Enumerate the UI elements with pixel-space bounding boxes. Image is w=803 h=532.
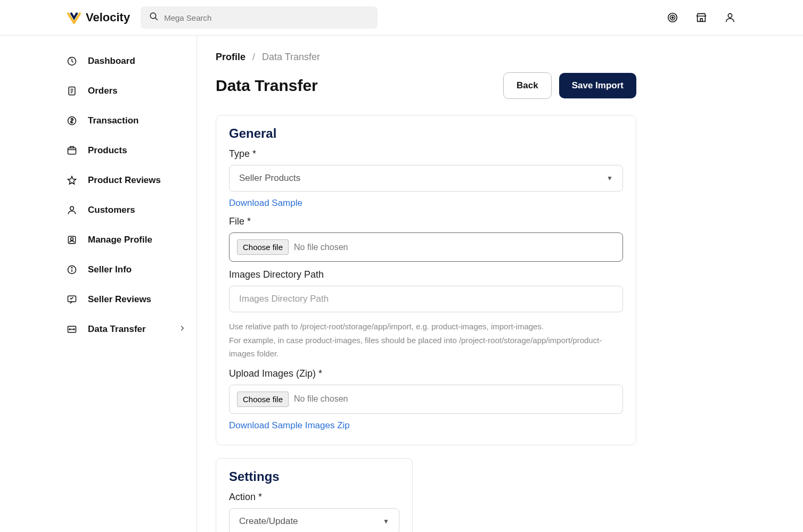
logo-icon <box>67 11 81 24</box>
sidebar-item-seller-reviews[interactable]: Seller Reviews <box>56 285 196 314</box>
search-icon <box>149 12 159 23</box>
svg-point-0 <box>150 13 156 19</box>
no-file-text: No file chosen <box>294 243 348 252</box>
sidebar-item-label: Seller Reviews <box>88 294 151 305</box>
sidebar-item-products[interactable]: Products <box>56 136 196 165</box>
caret-down-icon: ▼ <box>383 518 389 525</box>
brand-name: Velocity <box>86 11 130 24</box>
svg-point-13 <box>70 206 74 210</box>
save-import-button[interactable]: Save Import <box>559 73 636 98</box>
sidebar-item-label: Seller Info <box>88 264 132 275</box>
customers-icon <box>67 205 77 215</box>
header-icons <box>666 11 736 24</box>
type-label: Type * <box>229 148 623 160</box>
transaction-icon <box>67 115 77 126</box>
search-bar[interactable] <box>141 6 378 29</box>
breadcrumb: Profile / Data Transfer <box>216 52 636 63</box>
page-header: Data Transfer Back Save Import <box>216 72 636 99</box>
settings-title: Settings <box>229 469 399 484</box>
sidebar-item-manage-profile[interactable]: Manage Profile <box>56 225 196 255</box>
images-path-input[interactable] <box>229 286 623 312</box>
sidebar-item-transaction[interactable]: Transaction <box>56 106 196 136</box>
action-select[interactable]: Create/Update ▼ <box>229 508 399 533</box>
choose-file-button[interactable]: Choose file <box>237 239 289 255</box>
page-title: Data Transfer <box>216 77 503 95</box>
logo[interactable]: Velocity <box>67 11 130 24</box>
sidebar-item-seller-info[interactable]: Seller Info <box>56 255 196 285</box>
target-icon[interactable] <box>666 11 679 24</box>
no-zip-file-text: No file chosen <box>294 394 348 404</box>
sidebar-item-label: Products <box>88 145 127 156</box>
back-button[interactable]: Back <box>503 72 552 99</box>
breadcrumb-separator: / <box>252 52 255 62</box>
images-path-label: Images Directory Path <box>229 269 623 280</box>
sidebar-item-product-reviews[interactable]: Product Reviews <box>56 165 196 195</box>
orders-icon <box>67 86 77 96</box>
breadcrumb-current: Data Transfer <box>262 52 320 62</box>
info-icon <box>67 264 77 275</box>
sidebar-item-customers[interactable]: Customers <box>56 195 196 225</box>
sidebar-item-label: Manage Profile <box>88 235 152 245</box>
upload-zip-input[interactable]: Choose file No file chosen <box>229 385 623 414</box>
chevron-right-icon <box>178 324 186 335</box>
dashboard-icon <box>67 56 77 66</box>
download-sample-zip-link[interactable]: Download Sample Images Zip <box>229 420 350 431</box>
upload-zip-label: Upload Images (Zip) * <box>229 368 623 379</box>
action-label: Action * <box>229 492 399 503</box>
type-value: Seller Products <box>239 173 300 184</box>
user-icon[interactable] <box>724 11 736 24</box>
breadcrumb-profile[interactable]: Profile <box>216 52 245 62</box>
svg-point-5 <box>728 14 732 18</box>
help-text: Use relative path to /project-root/stora… <box>229 320 623 361</box>
sidebar-item-label: Data Transfer <box>88 324 146 335</box>
review-icon <box>67 294 77 305</box>
sidebar-item-label: Dashboard <box>88 56 135 66</box>
file-input[interactable]: Choose file No file chosen <box>229 232 623 262</box>
file-label: File * <box>229 216 623 227</box>
header: Velocity <box>0 0 803 36</box>
sidebar: Dashboard Orders Transaction Products Pr… <box>56 36 197 532</box>
main-content: Profile / Data Transfer Data Transfer Ba… <box>197 36 655 532</box>
sidebar-item-label: Transaction <box>88 115 138 126</box>
caret-down-icon: ▼ <box>607 174 613 182</box>
help-line-2: For example, in case product-images, fil… <box>229 334 623 361</box>
general-card: General Type * Seller Products ▼ Downloa… <box>216 115 636 445</box>
settings-card: Settings Action * Create/Update ▼ <box>216 458 413 533</box>
general-title: General <box>229 126 623 141</box>
svg-point-15 <box>71 238 73 240</box>
svg-point-18 <box>71 268 72 268</box>
sidebar-item-label: Customers <box>88 205 135 215</box>
help-line-1: Use relative path to /project-root/stora… <box>229 320 623 334</box>
transfer-icon <box>67 324 77 335</box>
search-input[interactable] <box>164 13 369 22</box>
choose-zip-button[interactable]: Choose file <box>237 392 289 407</box>
star-icon <box>67 175 77 186</box>
sidebar-item-label: Orders <box>88 86 118 96</box>
profile-icon <box>67 235 77 245</box>
action-value: Create/Update <box>239 516 298 527</box>
sidebar-item-data-transfer[interactable]: Data Transfer <box>56 314 196 344</box>
sidebar-item-dashboard[interactable]: Dashboard <box>56 46 196 76</box>
sidebar-item-orders[interactable]: Orders <box>56 76 196 106</box>
store-icon[interactable] <box>695 11 708 24</box>
svg-line-1 <box>155 18 158 20</box>
sidebar-item-label: Product Reviews <box>88 175 161 186</box>
type-select[interactable]: Seller Products ▼ <box>229 165 623 192</box>
download-sample-link[interactable]: Download Sample <box>229 198 302 209</box>
products-icon <box>67 145 77 156</box>
svg-point-4 <box>672 17 674 19</box>
svg-rect-12 <box>68 148 76 154</box>
